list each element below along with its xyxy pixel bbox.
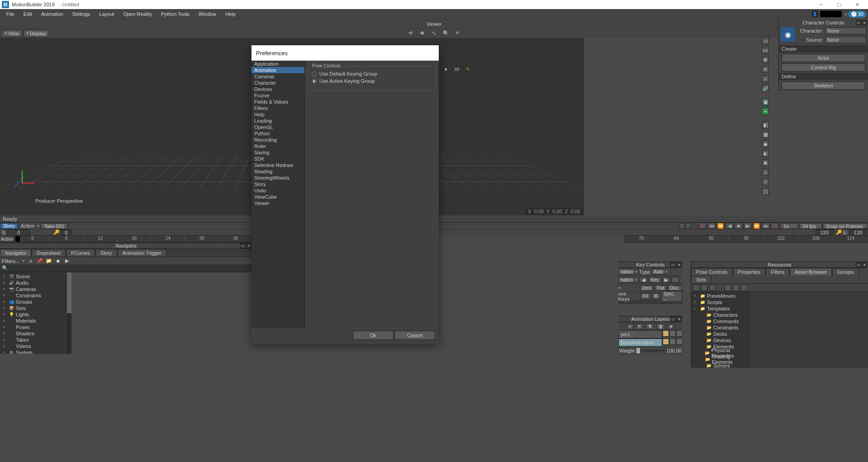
asset-item-scripts[interactable]: +📁Scripts [691, 299, 750, 305]
select-tool-icon[interactable]: ▭ [762, 37, 769, 44]
lcl-tool-icon[interactable]: Lcl [762, 47, 769, 54]
tab-properties[interactable]: Properties [733, 268, 765, 276]
close-button[interactable]: ✕ [848, 0, 866, 9]
star-icon[interactable]: ✱ [762, 159, 769, 167]
bounds-icon[interactable]: ▢ [762, 188, 769, 195]
minimize-button[interactable]: ─ [812, 0, 830, 9]
rotate-tool-icon[interactable]: ⟳ [762, 66, 769, 73]
menu-file[interactable]: File [2, 10, 19, 18]
tab-animation-trigger[interactable]: Animation Trigger [118, 249, 166, 257]
scrollbar[interactable] [67, 272, 71, 354]
menu-edit[interactable]: Edit [19, 10, 37, 18]
asset-tree[interactable]: +📁PrevisMoves+📁Scripts−📁Templates📂Charac… [691, 292, 750, 368]
tab-story[interactable]: Story [95, 249, 117, 257]
start-frame-field[interactable]: 0 [7, 229, 30, 236]
tree-item-poses[interactable]: +Poses [0, 324, 67, 330]
skeleton-button[interactable]: Skeleton [782, 81, 865, 90]
pref-cat-sdk[interactable]: SDK [251, 156, 304, 162]
zoom-icon[interactable]: 🔍 [442, 29, 450, 38]
key-icon[interactable]: 🔑 [836, 229, 842, 235]
layer-lock-icon[interactable] [676, 338, 683, 345]
active-keying-radio[interactable]: Use Active Keying Group [312, 78, 432, 84]
undo-view-icon[interactable]: ↶ [454, 29, 462, 38]
layer-lock-icon[interactable] [676, 330, 683, 337]
tab-asset-browser[interactable]: Asset Browser [790, 268, 832, 276]
menu-help[interactable]: Help [221, 10, 240, 18]
tab-navigator[interactable]: Navigator [0, 249, 31, 257]
panel-dock-icon[interactable]: ▭ [856, 262, 861, 267]
asset-item-constraints[interactable]: 📂Constraints [691, 324, 750, 331]
sync-button[interactable]: Sync. ... [661, 291, 682, 302]
timeline-ruler-right[interactable]: 78849096102108114 [624, 235, 868, 243]
snap-dropdown[interactable]: Snap on Frames [823, 223, 868, 229]
pref-cat-animation[interactable]: Animation [251, 67, 304, 73]
playhead-icon[interactable] [15, 236, 20, 242]
filters-button[interactable]: Filters... [2, 258, 19, 264]
layer-solo-icon[interactable] [663, 338, 669, 345]
prev-key-button[interactable]: ◀ [640, 277, 648, 283]
timeline-ruler-left[interactable]: Action 061218243036 [0, 235, 252, 243]
asset-item-templates[interactable]: −📁Templates [691, 305, 750, 312]
view-details-icon[interactable] [741, 285, 747, 291]
del-layer-icon[interactable]: 🗑 [656, 324, 665, 329]
pref-cat-opengl[interactable]: OpenGL [251, 124, 304, 130]
tree-item-cameras[interactable]: +📷Cameras [0, 286, 67, 292]
panel-close-icon[interactable]: ✕ [246, 243, 251, 248]
nav-icon[interactable]: ⊹ [762, 169, 769, 176]
step-back-button[interactable]: ⏪ [716, 223, 725, 229]
pref-cat-cameras[interactable]: Cameras [251, 73, 304, 80]
dup-layer-icon[interactable]: ⎘ [636, 324, 643, 329]
end-range-field[interactable]: 120 [816, 229, 834, 236]
play-back-button[interactable]: ◀ [726, 223, 734, 229]
pref-cat-selective-redraw[interactable]: Selective Redraw [251, 162, 304, 168]
display-dropdown[interactable]: ▾Display [24, 30, 49, 37]
record-button[interactable]: ● [698, 223, 707, 229]
weight-slider[interactable] [636, 348, 640, 353]
maximize-button[interactable]: ▢ [830, 0, 848, 9]
2d-mode-icon[interactable]: 2D [453, 65, 461, 73]
key-button[interactable]: Key [649, 277, 661, 283]
link-tool-icon[interactable]: 🔗 [762, 85, 769, 92]
pref-cat-help[interactable]: Help [251, 111, 304, 118]
pref-cat-filters[interactable]: Filters [251, 105, 304, 111]
view-split-icon[interactable] [701, 285, 707, 291]
tree-item-sets[interactable]: +📦Sets [0, 305, 67, 311]
menu-animation[interactable]: Animation [37, 10, 68, 18]
tab-groups[interactable]: Groups [832, 268, 859, 276]
pref-cat-ruler[interactable]: Ruler [251, 143, 304, 149]
schematic-icon[interactable]: ▣ [762, 98, 769, 105]
tab-pose-controls[interactable]: Pose Controls [691, 268, 732, 276]
add-layer-icon[interactable]: + [626, 324, 634, 329]
panel-close-icon[interactable]: ✕ [676, 262, 682, 267]
action-tab[interactable]: Action [18, 223, 38, 229]
layer-options-icon[interactable]: ▾ [668, 324, 674, 329]
ok-button[interactable]: Ok [353, 331, 394, 340]
character-tool-icon[interactable]: ✦ [762, 108, 769, 115]
panel-close-icon[interactable]: ✕ [862, 262, 867, 267]
nav-right-icon[interactable]: ▶ [64, 258, 70, 264]
panel-close-icon[interactable]: ✕ [676, 316, 682, 322]
layer-solo-icon[interactable] [663, 330, 669, 337]
story-tab[interactable]: Story [0, 223, 18, 229]
asset-item-shading-elements[interactable]: 📂Shading Elements [691, 356, 750, 362]
actor-button[interactable]: Actor [782, 54, 865, 62]
type-dropdown[interactable]: Auto [651, 269, 665, 275]
take-dropdown[interactable]: Take 001 [41, 223, 67, 229]
control-rig-button[interactable]: Control Rig [782, 63, 865, 71]
pref-cat-character[interactable]: Character [251, 80, 304, 86]
asset-item-devices[interactable]: 📂Devices [691, 337, 750, 343]
del-key-button[interactable]: ✕ [671, 277, 679, 283]
view-list-icon[interactable] [709, 285, 716, 291]
view-small-icon[interactable] [733, 285, 739, 291]
asset-item-commands[interactable]: 📂Commands [691, 318, 750, 324]
pref-cat-application[interactable]: Application [251, 61, 304, 67]
fk-button[interactable]: FK [640, 293, 651, 299]
user-icon[interactable]: 👤 [812, 11, 818, 17]
snap-config-icon[interactable]: ▾ [442, 65, 450, 73]
wireframe-icon[interactable]: ▦ [762, 131, 769, 138]
cancel-button[interactable]: Cancel [394, 331, 435, 340]
flat-button[interactable]: Flat [655, 285, 667, 291]
menu-layout[interactable]: Layout [95, 10, 119, 18]
character-dropdown[interactable]: None [825, 27, 866, 34]
base-animation-row[interactable]: BaseAnimation [618, 338, 662, 347]
